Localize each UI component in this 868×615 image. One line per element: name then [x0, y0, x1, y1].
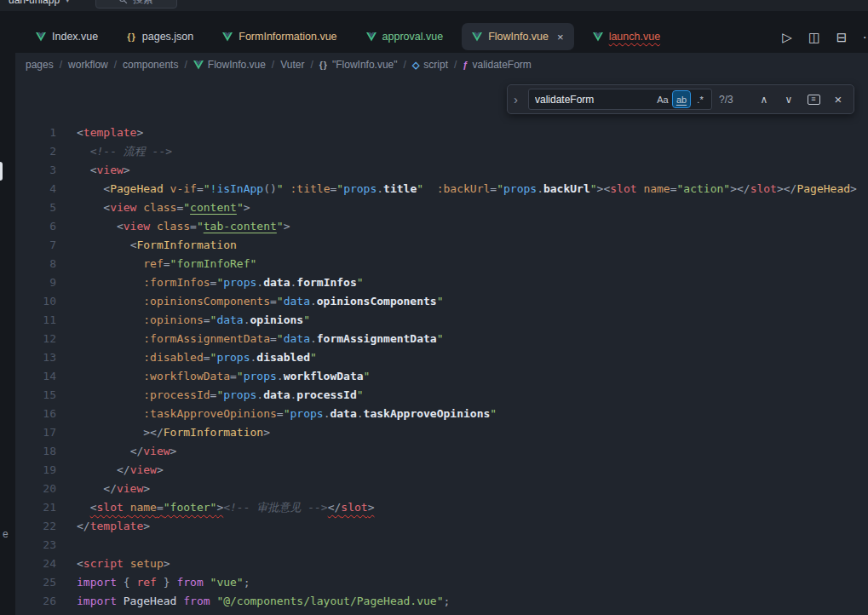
line-content: :taskApproveOpinions="props.data.taskApp… [56, 405, 497, 423]
code-token: " [237, 201, 244, 214]
code-token: from [176, 576, 203, 589]
code-token [124, 557, 130, 570]
breadcrumb-item-workflow[interactable]: workflow [68, 59, 108, 71]
line-number[interactable]: 9 [15, 273, 56, 292]
line-number[interactable]: 20 [15, 480, 56, 498]
line-number[interactable]: 11 [15, 311, 56, 330]
tab-forminformation-vue[interactable]: FormInformation.vue [212, 23, 347, 50]
code-token [423, 182, 437, 195]
line-number[interactable]: 12 [15, 330, 56, 348]
code-token: </ [77, 520, 90, 532]
code-token: props [216, 351, 250, 364]
code-token: >< [597, 182, 611, 195]
breadcrumb-item-pages[interactable]: pages [26, 59, 54, 71]
code-token: :disabled [143, 351, 203, 364]
code-token: </ [328, 501, 342, 514]
code-token: > [143, 520, 150, 532]
line-number[interactable]: 5 [15, 198, 56, 217]
tab-pages-json[interactable]: {}pages.json [117, 23, 204, 50]
code-token: opinions [250, 313, 304, 326]
more-actions-icon[interactable]: ⋯ [861, 30, 868, 45]
run-icon[interactable]: ▷ [779, 30, 795, 45]
line-number[interactable]: 6 [15, 217, 56, 236]
code-token: view [124, 220, 150, 233]
line-number[interactable]: 18 [15, 442, 56, 461]
line-number[interactable]: 2 [15, 142, 56, 161]
line-number[interactable]: 3 [15, 161, 56, 180]
close-find-button[interactable]: × [830, 92, 847, 106]
search-icon [118, 0, 128, 4]
code-token: " [437, 295, 444, 308]
code-line-7: 7 <FormInformation [15, 236, 868, 255]
find-input[interactable] [535, 94, 652, 106]
previous-match-button[interactable]: ∧ [756, 94, 773, 106]
toggle-replace-icon[interactable]: › [510, 92, 521, 106]
line-number[interactable]: 26 [15, 592, 56, 611]
code-token: slot [610, 182, 636, 195]
run-and-debug-icon[interactable]: ◫ [807, 30, 822, 45]
code-token: = [164, 257, 170, 270]
tab-flowinfo-vue[interactable]: FlowInfo.vue× [462, 23, 573, 50]
whole-word-toggle[interactable]: ab [673, 91, 690, 107]
line-number[interactable]: 16 [15, 405, 56, 423]
breadcrumb-item-script[interactable]: ◇script [412, 59, 448, 71]
line-content: <template> [56, 124, 143, 142]
code-token: "@/components/layout/PageHead.vue" [216, 595, 443, 607]
line-number[interactable]: 17 [15, 423, 56, 442]
line-number[interactable]: 25 [15, 573, 56, 592]
find-in-selection-button[interactable]: ≡ [805, 95, 822, 105]
code-token: props [223, 388, 256, 401]
tab-close-icon[interactable]: × [557, 32, 564, 43]
line-number[interactable]: 13 [15, 348, 56, 367]
breadcrumb-item-vuter[interactable]: Vuter [280, 59, 304, 71]
tab-index-vue[interactable]: Index.vue [26, 23, 108, 50]
line-number[interactable]: 7 [15, 236, 56, 255]
code-token: < [117, 220, 124, 233]
code-token [77, 482, 103, 495]
line-content: </template> [56, 517, 150, 536]
code-token: ; [244, 576, 250, 589]
tab-launch-vue[interactable]: launch.vue [583, 23, 670, 50]
project-menu[interactable]: dan-uniapp ▾ [9, 0, 70, 6]
tab-approval-vue[interactable]: approval.vue [356, 23, 454, 50]
code-line-4: 4 <PageHead v-if="!isInApp()" :title="pr… [15, 180, 868, 198]
line-number[interactable]: 10 [15, 292, 56, 311]
regex-toggle[interactable]: .* [692, 91, 709, 107]
code-token: data [263, 388, 290, 401]
code-token: = [197, 182, 204, 195]
line-number[interactable]: 23 [15, 536, 56, 555]
breadcrumb-item-components[interactable]: components [123, 59, 178, 71]
code-token: = [230, 370, 237, 382]
code-token: FormInformation [136, 239, 236, 251]
line-content: </view> [56, 442, 176, 461]
code-area[interactable]: 1<template>2 <!-- 流程 -->3 <view>4 <PageH… [15, 77, 868, 615]
breadcrumb-item-flowinfo-vue[interactable]: FlowInfo.vue [193, 59, 266, 71]
line-number[interactable]: 4 [15, 180, 56, 198]
split-editor-icon[interactable]: ⊟ [834, 30, 849, 45]
breadcrumb-item-flowinfo-vue[interactable]: {}"FlowInfo.vue" [319, 59, 398, 71]
line-number[interactable]: 15 [15, 386, 56, 405]
line-number[interactable]: 1 [15, 124, 56, 142]
title-bar: dan-uniapp ▾ 搜索 [0, 0, 868, 11]
breadcrumb-item-validateform[interactable]: ƒvalidateForm [463, 59, 531, 71]
left-rail: e [0, 53, 15, 615]
code-token [77, 145, 90, 158]
code-token: name [130, 501, 157, 514]
code-line-8: 8 ref="formInfoRef" [15, 255, 868, 273]
global-search-box[interactable]: 搜索 [95, 0, 177, 9]
next-match-button[interactable]: ∨ [780, 94, 797, 106]
line-number[interactable]: 22 [15, 517, 56, 536]
line-number[interactable]: 8 [15, 255, 56, 273]
line-content: <script setup> [56, 555, 170, 573]
match-case-toggle[interactable]: Aa [654, 91, 671, 107]
line-content: ref="formInfoRef" [56, 255, 256, 273]
line-number[interactable]: 14 [15, 367, 56, 386]
code-editor-window: dan-uniapp ▾ 搜索 Index.vue{}pages.jsonFor… [0, 0, 868, 615]
line-number[interactable]: 24 [15, 555, 56, 573]
line-number[interactable]: 21 [15, 498, 56, 517]
code-token: v-if [170, 182, 197, 195]
code-token: view [96, 164, 123, 176]
code-token: = [270, 332, 277, 345]
json-icon: {} [127, 32, 136, 42]
line-number[interactable]: 19 [15, 461, 56, 480]
